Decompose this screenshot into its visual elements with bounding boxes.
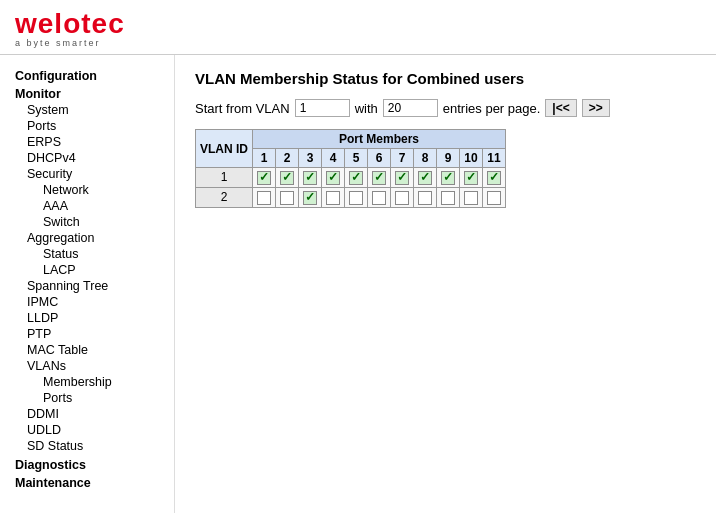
table-row: 2 — [196, 187, 506, 207]
sidebar-item-aaa[interactable]: AAA — [43, 198, 174, 214]
port-cell[interactable] — [414, 187, 437, 207]
sidebar-section-configuration[interactable]: Configuration — [15, 69, 174, 83]
sidebar-item-vlans[interactable]: VLANs — [27, 358, 174, 374]
col-2: 2 — [276, 149, 299, 168]
sidebar-item-membership[interactable]: Membership — [43, 374, 174, 390]
sidebar-item-aggregation[interactable]: Aggregation — [27, 230, 174, 246]
sidebar-item-udld[interactable]: UDLD — [27, 422, 174, 438]
sidebar-item-ipmc[interactable]: IPMC — [27, 294, 174, 310]
unchecked-port-icon — [418, 191, 432, 205]
sidebar-item-switch[interactable]: Switch — [43, 214, 174, 230]
vlan-id-cell: 1 — [196, 168, 253, 188]
sidebar-item-erps[interactable]: ERPS — [27, 134, 174, 150]
sidebar-section-diagnostics[interactable]: Diagnostics — [15, 458, 174, 472]
port-cell[interactable] — [391, 168, 414, 188]
logo-tagline: a byte smarter — [15, 38, 125, 48]
checked-port-icon — [395, 171, 409, 185]
logo-dot: o — [63, 8, 81, 39]
port-cell[interactable] — [299, 168, 322, 188]
sidebar-section-monitor[interactable]: Monitor — [15, 87, 174, 101]
port-cell[interactable] — [460, 168, 483, 188]
start-label: Start from VLAN — [195, 101, 290, 116]
entries-input[interactable]: 20 — [383, 99, 438, 117]
unchecked-port-icon — [441, 191, 455, 205]
port-cell[interactable] — [368, 187, 391, 207]
port-cell[interactable] — [437, 187, 460, 207]
sidebar-item-mac-table[interactable]: MAC Table — [27, 342, 174, 358]
checked-port-icon — [487, 171, 501, 185]
col-11: 11 — [483, 149, 506, 168]
port-cell[interactable] — [253, 187, 276, 207]
sidebar-item-ports-vlan[interactable]: Ports — [43, 390, 174, 406]
header: welotec a byte smarter — [0, 0, 716, 55]
port-cell[interactable] — [345, 168, 368, 188]
sidebar-item-status[interactable]: Status — [43, 246, 174, 262]
sidebar-item-spanning-tree[interactable]: Spanning Tree — [27, 278, 174, 294]
unchecked-port-icon — [487, 191, 501, 205]
sidebar-item-dhcpv4[interactable]: DHCPv4 — [27, 150, 174, 166]
prev-button[interactable]: |<< — [545, 99, 576, 117]
port-cell[interactable] — [253, 168, 276, 188]
sidebar-item-system[interactable]: System — [27, 102, 174, 118]
checked-port-icon — [418, 171, 432, 185]
unchecked-port-icon — [280, 191, 294, 205]
unchecked-port-icon — [395, 191, 409, 205]
port-cell[interactable] — [276, 168, 299, 188]
port-cell[interactable] — [414, 168, 437, 188]
unchecked-port-icon — [326, 191, 340, 205]
col-5: 5 — [345, 149, 368, 168]
checked-port-icon — [372, 171, 386, 185]
vlan-table: VLAN ID Port Members 1 2 3 4 5 6 7 8 9 1… — [195, 129, 506, 208]
vlan-table-body: 12 — [196, 168, 506, 208]
unchecked-port-icon — [464, 191, 478, 205]
col-7: 7 — [391, 149, 414, 168]
col-8: 8 — [414, 149, 437, 168]
checked-port-icon — [303, 171, 317, 185]
sidebar-item-lldp[interactable]: LLDP — [27, 310, 174, 326]
checked-port-icon — [464, 171, 478, 185]
sidebar-item-sd-status[interactable]: SD Status — [27, 438, 174, 454]
layout: Configuration Monitor System Ports ERPS … — [0, 55, 716, 513]
col-10: 10 — [460, 149, 483, 168]
sidebar-item-ptp[interactable]: PTP — [27, 326, 174, 342]
sidebar-item-ddmi[interactable]: DDMI — [27, 406, 174, 422]
entries-label: entries per page. — [443, 101, 541, 116]
unchecked-port-icon — [372, 191, 386, 205]
port-cell[interactable] — [299, 187, 322, 207]
checked-port-icon — [280, 171, 294, 185]
sidebar: Configuration Monitor System Ports ERPS … — [0, 55, 175, 513]
checked-port-icon — [349, 171, 363, 185]
port-cell[interactable] — [322, 168, 345, 188]
sidebar-item-security[interactable]: Security — [27, 166, 174, 182]
sidebar-item-ports[interactable]: Ports — [27, 118, 174, 134]
with-label: with — [355, 101, 378, 116]
port-cell[interactable] — [345, 187, 368, 207]
unchecked-port-icon — [257, 191, 271, 205]
port-cell[interactable] — [322, 187, 345, 207]
port-cell[interactable] — [483, 168, 506, 188]
checked-port-icon — [326, 171, 340, 185]
port-members-header: Port Members — [253, 130, 506, 149]
port-cell[interactable] — [437, 168, 460, 188]
checked-port-icon — [257, 171, 271, 185]
sidebar-section-maintenance[interactable]: Maintenance — [15, 476, 174, 490]
table-row: 1 — [196, 168, 506, 188]
port-cell[interactable] — [460, 187, 483, 207]
port-cell[interactable] — [368, 168, 391, 188]
col-6: 6 — [368, 149, 391, 168]
checked-port-icon — [303, 191, 317, 205]
page-title: VLAN Membership Status for Combined user… — [195, 70, 696, 87]
checked-port-icon — [441, 171, 455, 185]
sidebar-item-network[interactable]: Network — [43, 182, 174, 198]
port-cell[interactable] — [483, 187, 506, 207]
vlan-id-cell: 2 — [196, 187, 253, 207]
logo: welotec — [15, 8, 125, 39]
start-vlan-input[interactable]: 1 — [295, 99, 350, 117]
port-cell[interactable] — [276, 187, 299, 207]
port-cell[interactable] — [391, 187, 414, 207]
sidebar-item-lacp[interactable]: LACP — [43, 262, 174, 278]
logo-container: welotec a byte smarter — [15, 8, 125, 48]
col-4: 4 — [322, 149, 345, 168]
filter-row: Start from VLAN 1 with 20 entries per pa… — [195, 99, 696, 117]
next-button[interactable]: >> — [582, 99, 610, 117]
